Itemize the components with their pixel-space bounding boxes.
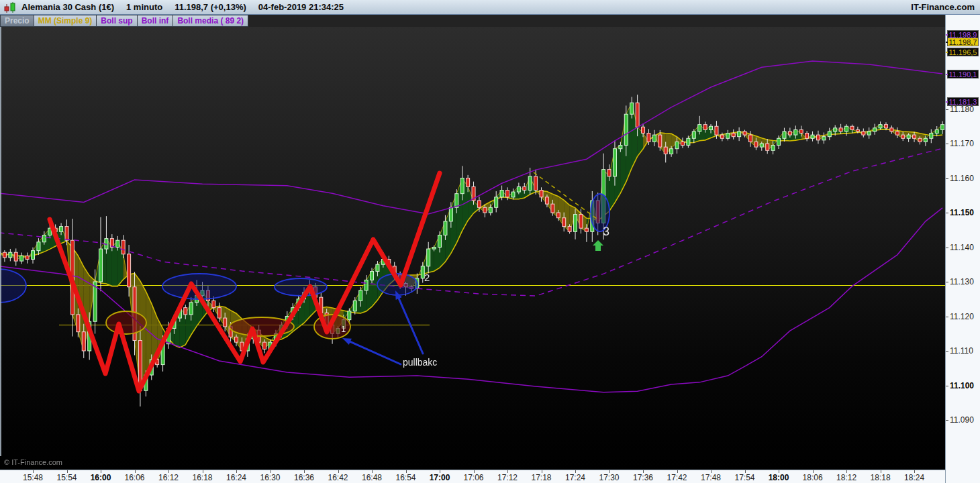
time-axis[interactable]: 15:4815:5416:0016:0616:1216:1816:2416:30… xyxy=(0,470,945,483)
price-tick-mark xyxy=(946,213,948,213)
annotation-label-1: 1 xyxy=(341,325,346,333)
price-chart-canvas[interactable] xyxy=(0,27,945,470)
price-box-tick xyxy=(946,42,948,43)
legend-chip-boll-media-89-2[interactable]: Boll media ( 89 2) xyxy=(173,15,248,27)
header-bar: Alemania 30 Cash (1€) 1 minuto 11.198,7 … xyxy=(0,0,980,15)
time-tick-label: 16:36 xyxy=(294,473,314,482)
time-tick-label: 15:54 xyxy=(56,473,77,482)
time-tick-label: 18:00 xyxy=(769,473,789,482)
time-tick-label: 16:48 xyxy=(362,473,382,482)
last-price-change: 11.198,7 (+0,13%) xyxy=(175,2,246,12)
price-tick-mark xyxy=(946,282,948,282)
price-tick-label: 11.120 xyxy=(950,312,979,321)
price-tick-mark xyxy=(946,351,948,352)
price-box-tick xyxy=(946,101,948,103)
price-tick-mark xyxy=(946,420,948,421)
time-tick-label: 18:12 xyxy=(836,473,856,482)
price-value-box: 11.181,3 xyxy=(947,97,979,106)
price-box-tick xyxy=(946,34,948,36)
price-value-box: 11.198,7 xyxy=(947,38,979,46)
time-tick-label: 17:12 xyxy=(497,473,518,482)
price-value-box: 11.190,1 xyxy=(947,70,979,78)
price-tick-label: 11.170 xyxy=(950,139,979,148)
price-axis[interactable]: 11.18011.17011.16011.15011.14011.13011.1… xyxy=(945,15,980,483)
price-tick-label: 11.110 xyxy=(950,346,979,356)
time-tick-label: 18:18 xyxy=(871,473,891,482)
time-tick-label: 16:06 xyxy=(124,473,144,482)
price-tick-label: 11.090 xyxy=(950,415,979,425)
legend-chip-boll-inf[interactable]: Boll inf xyxy=(138,15,174,27)
time-tick-label: 16:42 xyxy=(328,473,348,482)
trading-platform-window: Alemania 30 Cash (1€) 1 minuto 11.198,7 … xyxy=(0,0,980,483)
annotation-label-pullbakc: pullbakc xyxy=(403,358,437,367)
annotation-label-2: 2 xyxy=(424,272,430,282)
price-tick-mark xyxy=(946,248,948,248)
price-tick-label: 11.140 xyxy=(950,243,979,252)
instrument-title: Alemania 30 Cash (1€) xyxy=(21,2,114,12)
timeframe-label: 1 minuto xyxy=(126,2,162,12)
chart-area[interactable] xyxy=(0,27,945,470)
time-tick-label: 17:48 xyxy=(701,473,721,482)
brand-label: IT-Finance.com xyxy=(911,2,975,12)
price-tick-label: 11.160 xyxy=(950,174,979,183)
time-tick-label: 16:18 xyxy=(192,473,212,482)
price-box-tick xyxy=(946,74,948,75)
time-tick-label: 17:42 xyxy=(667,473,687,482)
time-tick-label: 17:00 xyxy=(430,473,450,482)
time-tick-label: 16:30 xyxy=(260,473,281,482)
price-tick-label: 11.150 xyxy=(950,208,979,217)
legend-chip-boll-sup[interactable]: Boll sup xyxy=(97,15,137,27)
price-tick-mark xyxy=(946,109,948,110)
legend-chip-mm-simple-9[interactable]: MM (Simple 9) xyxy=(34,15,97,27)
candlestick-instrument-icon xyxy=(3,1,17,13)
time-tick-label: 16:24 xyxy=(226,473,246,482)
time-tick-label: 17:06 xyxy=(464,473,484,482)
time-tick-label: 18:06 xyxy=(803,473,823,482)
time-tick-label: 16:12 xyxy=(158,473,179,482)
copyright-watermark: © IT-Finance.com xyxy=(4,458,62,466)
indicator-legend-row: PrecioMM (Simple 9)Boll supBoll infBoll … xyxy=(0,15,945,27)
price-tick-mark xyxy=(946,144,948,144)
price-tick-label: 11.130 xyxy=(950,277,979,286)
price-box-tick xyxy=(946,52,948,53)
time-tick-label: 16:00 xyxy=(91,473,111,482)
time-tick-label: 17:36 xyxy=(633,473,653,482)
time-tick-label: 17:18 xyxy=(532,473,552,482)
time-tick-label: 17:24 xyxy=(565,473,585,482)
time-tick-label: 15:48 xyxy=(23,473,43,482)
price-tick-mark xyxy=(946,317,948,317)
price-tick-mark xyxy=(946,178,948,179)
time-tick-label: 17:54 xyxy=(735,473,755,482)
left-window-edge xyxy=(0,27,1,456)
datetime-label: 04-feb-2019 21:34:25 xyxy=(258,2,344,12)
price-tick-mark xyxy=(946,386,948,386)
time-tick-label: 16:54 xyxy=(396,473,416,482)
annotation-label-3: 3 xyxy=(603,225,609,237)
time-tick-label: 17:30 xyxy=(599,473,620,482)
legend-chip-precio[interactable]: Precio xyxy=(0,15,34,27)
price-tick-label: 11.100 xyxy=(950,381,979,390)
time-tick-label: 18:24 xyxy=(904,473,924,482)
price-value-box: 11.196,5 xyxy=(947,48,979,56)
